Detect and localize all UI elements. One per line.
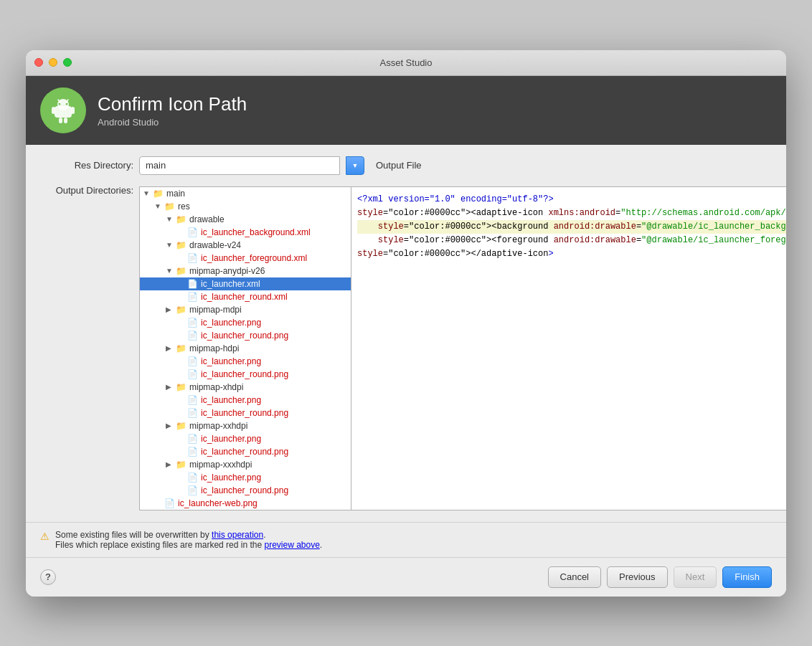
tree-item-ic_launcher_round_xxxhdpi_png[interactable]: 📄ic_launcher_round.png	[140, 484, 351, 497]
tree-item-label: mipmap-xhdpi	[189, 382, 243, 392]
code-line: style="color:#0000cc"><adaptive-icon xml…	[357, 206, 786, 220]
tree-item-mipmap_mdpi[interactable]: ▶📁mipmap-mdpi	[140, 303, 351, 316]
tree-item-label: res	[178, 201, 190, 212]
tree-item-ic_launcher_round_xhdpi_png[interactable]: 📄ic_launcher_round.png	[140, 407, 351, 419]
code-line: style="color:#0000cc"><foreground androi…	[357, 234, 786, 247]
file-icon: 📄	[187, 331, 198, 341]
preview-above-link[interactable]: preview above	[264, 540, 319, 550]
tree-item-label: ic_launcher.xml	[201, 279, 260, 289]
res-directory-row: Res Directory: Output File	[40, 156, 772, 175]
close-button[interactable]	[34, 58, 43, 67]
tree-item-ic_launcher_xxxhdpi_png[interactable]: 📄ic_launcher.png	[140, 471, 351, 484]
tree-item-label: ic_launcher_background.xml	[201, 227, 311, 237]
next-button: Next	[674, 566, 717, 588]
tree-item-ic_launcher_background_xml[interactable]: 📄ic_launcher_background.xml	[140, 226, 351, 239]
cancel-button[interactable]: Cancel	[548, 566, 601, 588]
warning-text-2: Files which replace existing files are m…	[55, 540, 264, 550]
tree-item-label: ic_launcher.png	[201, 318, 261, 328]
tree-item-label: mipmap-xxhdpi	[189, 421, 247, 431]
tree-item-label: main	[166, 189, 185, 199]
file-icon: 📄	[187, 434, 198, 444]
file-icon: 📄	[187, 395, 198, 405]
maximize-button[interactable]	[63, 58, 72, 67]
output-directories-label: Output Directories:	[40, 182, 133, 196]
tree-item-label: ic_launcher_round.png	[201, 369, 288, 379]
folder-icon: 📁	[176, 266, 187, 276]
header-section: Confirm Icon Path Android Studio	[26, 76, 786, 145]
folder-icon: 📁	[176, 343, 187, 353]
tree-item-ic_launcher_hdpi_png[interactable]: 📄ic_launcher.png	[140, 355, 351, 368]
output-directories-row: Output Directories: ▼📁main▼📁res▼📁drawabl…	[40, 182, 772, 510]
android-logo-icon	[49, 96, 77, 125]
tree-item-ic_launcher_round_hdpi_png[interactable]: 📄ic_launcher_round.png	[140, 368, 351, 381]
page-title: Confirm Icon Path	[98, 93, 247, 115]
tree-item-label: drawable	[189, 214, 225, 224]
finish-button[interactable]: Finish	[722, 566, 772, 588]
button-row: ? Cancel Previous Next Finish	[26, 557, 786, 597]
tree-item-ic_launcher_round_xml[interactable]: 📄ic_launcher_round.xml	[140, 290, 351, 303]
title-bar: Asset Studio	[26, 50, 786, 76]
traffic-lights	[34, 58, 72, 67]
minimize-button[interactable]	[49, 58, 57, 67]
tree-item-drawable_v24[interactable]: ▼📁drawable-v24	[140, 239, 351, 252]
svg-rect-2	[52, 107, 55, 114]
tree-item-mipmap_xxxhdpi[interactable]: ▶📁mipmap-xxxhdpi	[140, 458, 351, 471]
file-icon: 📄	[187, 408, 198, 418]
warning-period-1: .	[263, 530, 265, 540]
tree-item-label: mipmap-xxxhdpi	[189, 460, 252, 470]
tree-item-ic_launcher_round_mdpi_png[interactable]: 📄ic_launcher_round.png	[140, 329, 351, 342]
app-subtitle: Android Studio	[98, 117, 247, 128]
folder-icon: 📁	[176, 421, 187, 431]
tree-item-label: ic_launcher_round.png	[201, 485, 288, 495]
file-icon: 📄	[187, 279, 198, 289]
tree-item-mipmap_xxhdpi[interactable]: ▶📁mipmap-xxhdpi	[140, 419, 351, 432]
tree-item-main[interactable]: ▼📁main	[140, 187, 351, 200]
file-tree-panel[interactable]: ▼📁main▼📁res▼📁drawable📄ic_launcher_backgr…	[140, 187, 351, 510]
code-line: <?xml version="1.0" encoding="utf-8"?>	[357, 193, 786, 206]
android-logo	[40, 87, 86, 133]
previous-button[interactable]: Previous	[607, 566, 668, 588]
folder-icon: 📁	[176, 240, 187, 250]
file-icon: 📄	[187, 227, 198, 237]
header-text: Confirm Icon Path Android Studio	[98, 93, 247, 128]
file-tree-container: ▼📁main▼📁res▼📁drawable📄ic_launcher_backgr…	[140, 187, 351, 510]
svg-rect-1	[55, 106, 72, 118]
tree-item-label: mipmap-anydpi-v26	[189, 266, 265, 276]
tree-item-ic_launcher_xxhdpi_png[interactable]: 📄ic_launcher.png	[140, 432, 351, 445]
this-operation-link[interactable]: this operation	[212, 530, 263, 540]
file-icon: 📄	[187, 447, 198, 457]
code-line: style="color:#0000cc"><background androi…	[357, 220, 786, 234]
svg-rect-3	[71, 107, 75, 114]
res-directory-dropdown[interactable]	[346, 156, 364, 175]
tree-item-label: ic_launcher.png	[201, 434, 261, 444]
tree-item-ic_launcher_xhdpi_png[interactable]: 📄ic_launcher.png	[140, 394, 351, 407]
tree-item-ic_launcher_mdpi_png[interactable]: 📄ic_launcher.png	[140, 316, 351, 329]
file-icon: 📄	[187, 369, 198, 379]
warning-text-1: Some existing files will be overwritten …	[55, 530, 212, 540]
folder-icon: 📁	[176, 305, 187, 315]
folder-icon: 📁	[176, 382, 187, 392]
tree-item-label: drawable-v24	[189, 240, 241, 250]
tree-item-mipmap_anydpi_v26[interactable]: ▼📁mipmap-anydpi-v26	[140, 265, 351, 277]
file-icon: 📄	[187, 318, 198, 328]
folder-icon: 📁	[153, 189, 164, 199]
tree-item-ic_launcher_web_png[interactable]: 📄ic_launcher-web.png	[140, 497, 351, 510]
main-window: Asset Studio Confirm Icon Path Android S…	[26, 50, 786, 597]
tree-item-ic_launcher_foreground_xml[interactable]: 📄ic_launcher_foreground.xml	[140, 252, 351, 265]
warning-period-2: .	[320, 540, 322, 550]
code-line: style="color:#0000cc"></adaptive-icon>	[357, 247, 786, 261]
tree-item-ic_launcher_xml[interactable]: 📄ic_launcher.xml	[140, 277, 351, 290]
tree-item-label: ic_launcher.png	[201, 395, 261, 405]
tree-item-mipmap_xhdpi[interactable]: ▶📁mipmap-xhdpi	[140, 381, 351, 394]
tree-item-res[interactable]: ▼📁res	[140, 200, 351, 213]
help-button[interactable]: ?	[40, 569, 56, 585]
svg-rect-5	[64, 118, 67, 123]
tree-item-drawable[interactable]: ▼📁drawable	[140, 213, 351, 226]
tree-item-mipmap_hdpi[interactable]: ▶📁mipmap-hdpi	[140, 342, 351, 355]
file-icon: 📄	[187, 292, 198, 302]
file-icon: 📄	[187, 485, 198, 495]
res-directory-input[interactable]	[139, 156, 340, 175]
svg-rect-4	[59, 118, 62, 123]
tree-item-ic_launcher_round_xxhdpi_png[interactable]: 📄ic_launcher_round.png	[140, 445, 351, 458]
folder-icon: 📁	[164, 201, 175, 212]
